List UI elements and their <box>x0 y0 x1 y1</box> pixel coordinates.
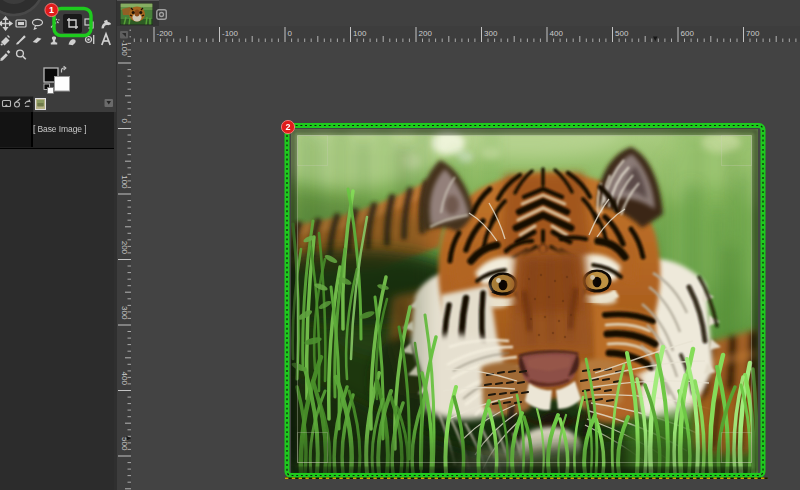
svg-text:300: 300 <box>120 306 129 320</box>
svg-text:700: 700 <box>746 29 760 38</box>
svg-text:-100: -100 <box>222 29 239 38</box>
svg-text:2: 2 <box>285 122 290 132</box>
svg-text:300: 300 <box>484 29 498 38</box>
svg-text:0: 0 <box>288 29 293 38</box>
svg-text:0: 0 <box>120 119 129 124</box>
svg-text:100: 100 <box>120 175 129 189</box>
svg-text:100: 100 <box>353 29 367 38</box>
svg-text:600: 600 <box>681 29 695 38</box>
svg-text:-200: -200 <box>157 29 174 38</box>
svg-text:1: 1 <box>49 5 54 15</box>
svg-text:400: 400 <box>120 372 129 386</box>
svg-text:200: 200 <box>120 241 129 255</box>
svg-text:500: 500 <box>615 29 629 38</box>
svg-text:400: 400 <box>550 29 564 38</box>
svg-text:-100: -100 <box>120 40 129 57</box>
svg-text:200: 200 <box>419 29 433 38</box>
